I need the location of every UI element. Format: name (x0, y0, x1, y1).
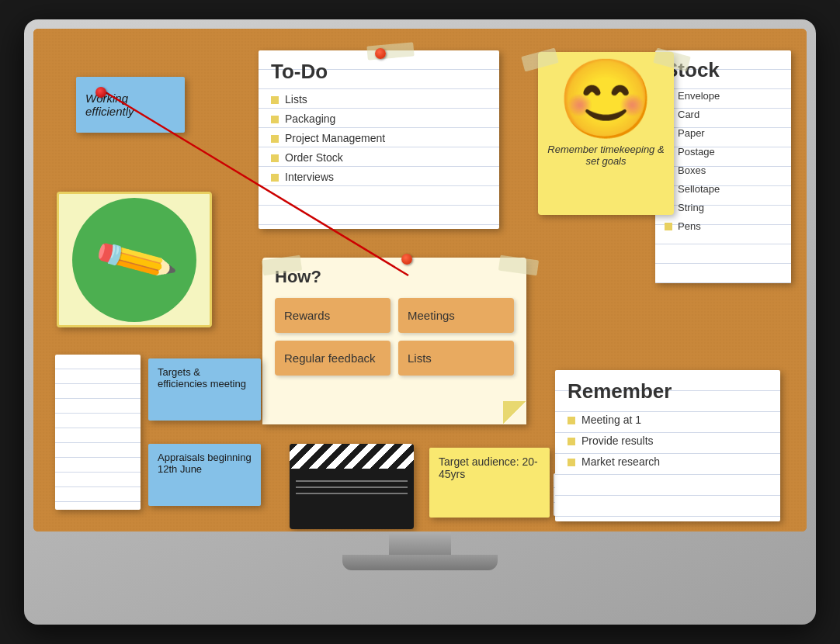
targets-text: Targets & efficiencies meeting (158, 366, 246, 390)
todo-title: To-Do (271, 60, 487, 84)
stock-item: Envelope (665, 87, 782, 106)
checkbox (568, 417, 575, 424)
targets-note: Targets & efficiencies meeting (148, 358, 261, 421)
appraisals-note: Appraisals beginning 12th June (148, 444, 261, 506)
stock-item: String (665, 199, 782, 217)
checkbox (568, 459, 575, 466)
checkbox (271, 135, 279, 143)
clapper-line (296, 480, 408, 482)
appraisals-text: Appraisals beginning 12th June (158, 452, 252, 475)
monitor: To-Do Lists Packaging Project Management… (24, 19, 816, 625)
checkbox (271, 154, 279, 162)
checkbox (271, 116, 279, 123)
stock-item: Paper (665, 124, 782, 143)
cork-board: To-Do Lists Packaging Project Management… (33, 29, 807, 531)
todo-note: To-Do Lists Packaging Project Management… (259, 50, 499, 229)
stock-item: Sellotape (665, 180, 782, 199)
smiley-text: Remember timekeeping & set goals (546, 144, 666, 167)
checkbox (568, 438, 575, 445)
clapperboard (290, 444, 414, 529)
remember-note: Remember Meeting at 1 Provide results Ma… (555, 370, 780, 521)
how-btn-feedback[interactable]: Regular feedback (275, 341, 390, 376)
pin-working (95, 87, 106, 98)
stock-list: Envelope Card Paper Postage Boxes Sellot… (665, 87, 782, 236)
todo-item: Order Stock (271, 148, 487, 168)
remember-item: Provide results (568, 431, 768, 452)
todo-item: Lists (271, 90, 487, 109)
clapper-line (296, 493, 408, 494)
monitor-stand-base (342, 555, 498, 570)
remember-list: Meeting at 1 Provide results Market rese… (568, 410, 768, 473)
how-btn-meetings[interactable]: Meetings (398, 298, 514, 333)
working-note: Working efficiently (76, 77, 185, 133)
clapper-line (296, 486, 408, 488)
stock-item: Card (665, 106, 782, 124)
remember-title: Remember (568, 379, 768, 403)
pencil-icon: ✏️ (89, 215, 179, 304)
monitor-stand-neck (389, 531, 451, 555)
pin-how (401, 254, 412, 265)
todo-item: Interviews (271, 168, 487, 187)
stock-item: Postage (665, 143, 782, 161)
pin-todo (375, 48, 386, 59)
todo-item: Packaging (271, 109, 487, 129)
clapper-top (290, 444, 414, 471)
todo-item: Project Management (271, 129, 487, 148)
smiley-note: 😊 Remember timekeeping & set goals (538, 52, 674, 215)
how-buttons: Rewards Meetings Regular feedback Lists (275, 298, 514, 376)
stock-item: Pens (665, 217, 782, 236)
remember-item: Market research (568, 452, 768, 473)
target-audience-note: Target audience: 20-45yrs (429, 448, 550, 518)
remember-item: Meeting at 1 (568, 410, 768, 431)
how-btn-lists[interactable]: Lists (398, 341, 514, 376)
clapper-body (290, 471, 414, 504)
checkbox (271, 174, 279, 182)
how-btn-rewards[interactable]: Rewards (275, 298, 390, 333)
how-note: How? Rewards Meetings Regular feedback L… (262, 258, 526, 424)
pencil-note: ✏️ (57, 192, 212, 327)
checkbox (665, 223, 672, 230)
stock-item: Boxes (665, 161, 782, 180)
checkbox (271, 96, 279, 104)
notepad-left (55, 355, 141, 510)
how-title: How? (275, 267, 514, 287)
target-audience-text: Target audience: 20-45yrs (439, 455, 538, 480)
stock-note: Stock Envelope Card Paper Postage Boxes … (655, 50, 791, 283)
todo-list: Lists Packaging Project Management Order… (271, 90, 487, 187)
pencil-circle: ✏️ (72, 198, 196, 322)
smiley-emoji: 😊 (557, 60, 654, 137)
